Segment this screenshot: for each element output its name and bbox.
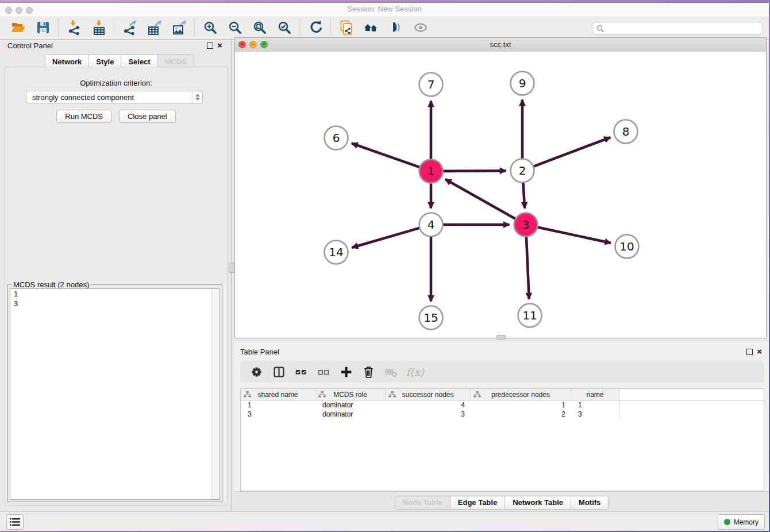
graph-edge-2-3[interactable] bbox=[523, 180, 525, 208]
close-panel-icon[interactable]: × bbox=[217, 42, 222, 49]
column-header-shared-name[interactable]: shared name bbox=[241, 389, 315, 400]
cell-predecessor-nodes: 2 bbox=[471, 410, 571, 419]
graph-node-4[interactable]: 4 bbox=[419, 213, 443, 237]
graph-edge-4-14[interactable] bbox=[352, 228, 421, 248]
tab-motifs[interactable]: Motifs bbox=[571, 496, 608, 509]
svg-text:2: 2 bbox=[519, 164, 526, 178]
export-network-icon[interactable] bbox=[122, 20, 137, 36]
new-network-from-file-icon[interactable] bbox=[338, 20, 354, 36]
column-header-successor-nodes[interactable]: successor nodes bbox=[386, 389, 471, 400]
graph-node-7[interactable]: 7 bbox=[419, 73, 443, 97]
table-row[interactable]: 1 dominator 4 1 1 bbox=[241, 400, 764, 410]
graph-node-3[interactable]: 3 bbox=[514, 213, 538, 237]
shared-column-icon bbox=[388, 391, 396, 398]
tab-node-table[interactable]: Node Table bbox=[395, 496, 451, 509]
graph-node-15[interactable]: 15 bbox=[419, 306, 443, 330]
close-panel-icon[interactable]: × bbox=[757, 348, 762, 355]
mcds-result-item: 1 bbox=[10, 289, 220, 299]
cell-name: 3 bbox=[571, 410, 619, 419]
app-titlebar: Session: New Session bbox=[0, 3, 769, 17]
graph-edge-1-6[interactable] bbox=[352, 143, 422, 168]
open-session-icon[interactable] bbox=[10, 20, 26, 36]
graph-edge-3-10[interactable] bbox=[536, 227, 611, 243]
tab-network-table[interactable]: Network Table bbox=[505, 496, 571, 509]
column-browser-icon[interactable] bbox=[272, 365, 286, 379]
svg-text:11: 11 bbox=[522, 309, 537, 322]
zoom-out-icon[interactable] bbox=[227, 20, 242, 36]
graph-node-11[interactable]: 11 bbox=[518, 304, 542, 327]
optimization-criterion-value: strongly connected component bbox=[26, 93, 192, 102]
mcds-panel: Optimization criterion: strongly connect… bbox=[5, 67, 228, 506]
network-window: × − + scc.txt 7968124314101511 bbox=[234, 37, 767, 338]
optimization-criterion-select[interactable]: strongly connected component bbox=[26, 91, 203, 103]
vertical-splitter[interactable] bbox=[231, 39, 232, 512]
toolbar-separator bbox=[299, 19, 300, 36]
svg-text:1: 1 bbox=[428, 164, 435, 178]
svg-text:6: 6 bbox=[333, 131, 340, 145]
save-session-icon[interactable] bbox=[35, 20, 51, 36]
graph-node-2[interactable]: 2 bbox=[511, 159, 534, 183]
cell-successor-nodes: 4 bbox=[386, 400, 471, 410]
network-canvas[interactable]: 7968124314101511 bbox=[235, 52, 766, 338]
graphics-details-icon[interactable] bbox=[388, 20, 403, 36]
result-scrollbar[interactable] bbox=[211, 289, 220, 499]
zoom-fit-icon[interactable] bbox=[252, 20, 267, 36]
add-column-icon[interactable] bbox=[339, 365, 353, 379]
svg-text:9: 9 bbox=[519, 76, 526, 90]
network-window-titlebar[interactable]: × − + scc.txt bbox=[235, 38, 766, 52]
graph-edge-1-2[interactable] bbox=[441, 171, 506, 171]
import-network-icon[interactable] bbox=[66, 20, 82, 36]
home-icon[interactable] bbox=[363, 20, 379, 36]
mcds-result-item: 3 bbox=[10, 299, 220, 309]
graph-edge-3-11[interactable] bbox=[526, 234, 529, 299]
status-bar: Memory bbox=[0, 511, 769, 531]
graph-node-10[interactable]: 10 bbox=[615, 235, 639, 259]
close-panel-button[interactable]: Close panel bbox=[119, 110, 176, 123]
zoom-in-icon[interactable] bbox=[202, 20, 218, 36]
cell-shared-name: 3 bbox=[241, 410, 315, 419]
search-input[interactable] bbox=[607, 24, 763, 34]
eye-icon[interactable] bbox=[413, 20, 428, 36]
graph-node-14[interactable]: 14 bbox=[325, 241, 348, 264]
table-header-row: shared name MCDS role successor nodes pr… bbox=[241, 389, 764, 400]
float-panel-icon[interactable] bbox=[207, 43, 213, 49]
table-tabs: Node Table Edge Table Network Table Moti… bbox=[395, 496, 609, 510]
deselect-all-rows-icon[interactable] bbox=[317, 365, 331, 379]
shared-column-icon bbox=[318, 391, 326, 398]
graph-node-6[interactable]: 6 bbox=[325, 126, 348, 150]
run-mcds-button[interactable]: Run MCDS bbox=[56, 110, 111, 123]
control-panel-buttons: × bbox=[207, 42, 222, 49]
task-history-button[interactable] bbox=[6, 514, 24, 530]
table-toolbar: f(x) bbox=[240, 361, 764, 383]
float-panel-icon[interactable] bbox=[746, 349, 753, 355]
table-panel: Table Panel × f(x) shared name MCDS role… bbox=[234, 342, 769, 512]
graph-node-8[interactable]: 8 bbox=[614, 120, 638, 144]
export-table-icon[interactable] bbox=[147, 20, 162, 36]
column-header-mcds-role[interactable]: MCDS role bbox=[315, 389, 386, 400]
import-table-icon[interactable] bbox=[91, 20, 106, 36]
zoom-selected-icon[interactable] bbox=[276, 20, 292, 36]
memory-button[interactable]: Memory bbox=[718, 514, 765, 530]
apply-layout-icon[interactable] bbox=[307, 20, 323, 36]
column-header-name[interactable]: name bbox=[571, 389, 619, 400]
delete-table-icon[interactable] bbox=[384, 365, 398, 379]
svg-text:8: 8 bbox=[622, 125, 630, 138]
graph-edge-3-1[interactable] bbox=[445, 179, 517, 219]
svg-text:15: 15 bbox=[424, 311, 438, 325]
graph-edge-2-8[interactable] bbox=[532, 137, 610, 167]
function-builder-icon[interactable]: f(x) bbox=[406, 366, 424, 378]
mcds-result-list[interactable]: 1 3 bbox=[10, 288, 220, 500]
graph-node-1[interactable]: 1 bbox=[419, 160, 443, 183]
graph-node-9[interactable]: 9 bbox=[511, 72, 534, 95]
export-image-icon[interactable] bbox=[171, 20, 187, 36]
memory-label: Memory bbox=[734, 518, 759, 526]
table-row[interactable]: 3 dominator 3 2 3 bbox=[241, 410, 764, 419]
column-settings-gear-icon[interactable] bbox=[249, 365, 264, 379]
delete-column-trash-icon[interactable] bbox=[361, 365, 376, 379]
svg-text:14: 14 bbox=[329, 245, 343, 259]
column-header-predecessor-nodes[interactable]: predecessor nodes bbox=[471, 389, 571, 400]
horizontal-splitter-handle[interactable] bbox=[496, 335, 506, 340]
tab-edge-table[interactable]: Edge Table bbox=[451, 496, 505, 509]
svg-text:7: 7 bbox=[428, 78, 435, 91]
select-all-rows-icon[interactable] bbox=[294, 365, 309, 379]
